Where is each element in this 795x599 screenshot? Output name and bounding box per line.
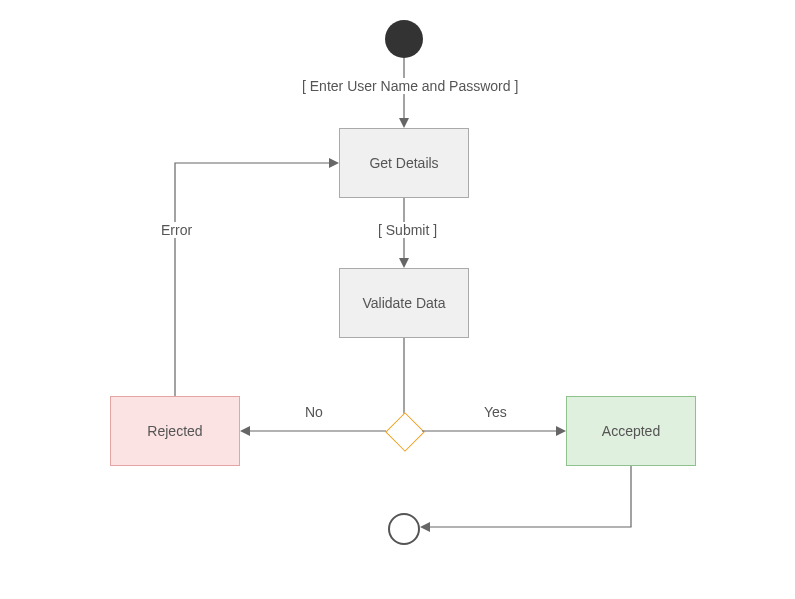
edge-accepted-to-end bbox=[0, 0, 795, 599]
flowchart-canvas: [ Enter User Name and Password ] Get Det… bbox=[0, 0, 795, 599]
end-node bbox=[388, 513, 420, 545]
svg-marker-10 bbox=[420, 522, 430, 532]
